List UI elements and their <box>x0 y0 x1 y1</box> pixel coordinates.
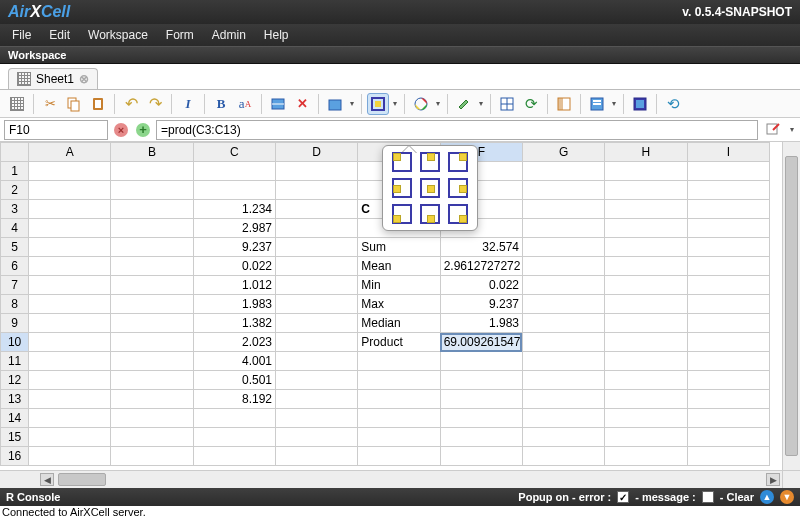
col-header-A[interactable]: A <box>29 143 111 162</box>
cell-I15[interactable] <box>687 428 769 447</box>
cell-H12[interactable] <box>605 371 687 390</box>
cell-I11[interactable] <box>687 352 769 371</box>
cell-H13[interactable] <box>605 390 687 409</box>
cell-A5[interactable] <box>29 238 111 257</box>
cell-G10[interactable] <box>522 333 604 352</box>
cell-D1[interactable] <box>276 162 358 181</box>
formula-edit-dropdown[interactable]: ▾ <box>788 125 796 134</box>
cell-C7[interactable]: 1.012 <box>193 276 275 295</box>
border-top-left[interactable] <box>392 152 412 172</box>
cell-B6[interactable] <box>111 257 193 276</box>
cell-E8[interactable]: Max <box>358 295 440 314</box>
border-left[interactable] <box>392 178 412 198</box>
cell-I5[interactable] <box>687 238 769 257</box>
cell-H11[interactable] <box>605 352 687 371</box>
cell-I2[interactable] <box>687 181 769 200</box>
row-header-6[interactable]: 6 <box>1 257 29 276</box>
row-header-13[interactable]: 13 <box>1 390 29 409</box>
menu-form[interactable]: Form <box>158 25 202 45</box>
brush-button[interactable] <box>453 93 475 115</box>
cell-F5[interactable]: 32.574 <box>440 238 522 257</box>
cell-G5[interactable] <box>522 238 604 257</box>
cell-B4[interactable] <box>111 219 193 238</box>
cell-G11[interactable] <box>522 352 604 371</box>
cell-I14[interactable] <box>687 409 769 428</box>
menu-workspace[interactable]: Workspace <box>80 25 156 45</box>
cell-F8[interactable]: 9.237 <box>440 295 522 314</box>
cell-F13[interactable] <box>440 390 522 409</box>
cell-F7[interactable]: 0.022 <box>440 276 522 295</box>
cell-E16[interactable] <box>358 447 440 466</box>
cell-F15[interactable] <box>440 428 522 447</box>
cell-D15[interactable] <box>276 428 358 447</box>
tab-sheet1[interactable]: Sheet1 ⊗ <box>8 68 98 89</box>
cell-H10[interactable] <box>605 333 687 352</box>
cell-A11[interactable] <box>29 352 111 371</box>
row-header-7[interactable]: 7 <box>1 276 29 295</box>
cell-B10[interactable] <box>111 333 193 352</box>
cell-C14[interactable] <box>193 409 275 428</box>
message-checkbox[interactable] <box>702 491 714 503</box>
cell-F14[interactable] <box>440 409 522 428</box>
cell-C12[interactable]: 0.501 <box>193 371 275 390</box>
cell-E11[interactable] <box>358 352 440 371</box>
row-header-14[interactable]: 14 <box>1 409 29 428</box>
cell-A9[interactable] <box>29 314 111 333</box>
cell-G4[interactable] <box>522 219 604 238</box>
cell-D4[interactable] <box>276 219 358 238</box>
col-header-G[interactable]: G <box>522 143 604 162</box>
border-button[interactable] <box>367 93 389 115</box>
cell-I12[interactable] <box>687 371 769 390</box>
sort-button[interactable] <box>586 93 608 115</box>
cell-H6[interactable] <box>605 257 687 276</box>
cell-H2[interactable] <box>605 181 687 200</box>
cell-B9[interactable] <box>111 314 193 333</box>
cell-D16[interactable] <box>276 447 358 466</box>
row-header-5[interactable]: 5 <box>1 238 29 257</box>
border-bottom-left[interactable] <box>392 204 412 224</box>
redo-button[interactable]: ↷ <box>144 93 166 115</box>
cell-E14[interactable] <box>358 409 440 428</box>
row-header-4[interactable]: 4 <box>1 219 29 238</box>
accept-formula-button[interactable]: + <box>134 121 152 139</box>
cell-D6[interactable] <box>276 257 358 276</box>
cell-E15[interactable] <box>358 428 440 447</box>
cell-F9[interactable]: 1.983 <box>440 314 522 333</box>
col-header-I[interactable]: I <box>687 143 769 162</box>
cell-G6[interactable] <box>522 257 604 276</box>
cell-A1[interactable] <box>29 162 111 181</box>
cell-C8[interactable]: 1.983 <box>193 295 275 314</box>
row-header-9[interactable]: 9 <box>1 314 29 333</box>
cell-reference-input[interactable] <box>4 120 108 140</box>
cell-D3[interactable] <box>276 200 358 219</box>
cell-C11[interactable]: 4.001 <box>193 352 275 371</box>
cell-A15[interactable] <box>29 428 111 447</box>
formula-input[interactable] <box>156 120 758 140</box>
cell-C9[interactable]: 1.382 <box>193 314 275 333</box>
cell-D11[interactable] <box>276 352 358 371</box>
cell-C3[interactable]: 1.234 <box>193 200 275 219</box>
cell-G13[interactable] <box>522 390 604 409</box>
cell-E6[interactable]: Mean <box>358 257 440 276</box>
cell-D7[interactable] <box>276 276 358 295</box>
cell-A10[interactable] <box>29 333 111 352</box>
row-header-1[interactable]: 1 <box>1 162 29 181</box>
cell-I13[interactable] <box>687 390 769 409</box>
cell-E7[interactable]: Min <box>358 276 440 295</box>
cell-B8[interactable] <box>111 295 193 314</box>
col-header-D[interactable]: D <box>276 143 358 162</box>
cell-B15[interactable] <box>111 428 193 447</box>
cell-D2[interactable] <box>276 181 358 200</box>
menu-help[interactable]: Help <box>256 25 297 45</box>
cell-I3[interactable] <box>687 200 769 219</box>
italic-button[interactable]: I <box>177 93 199 115</box>
r-console-label[interactable]: R Console <box>6 491 60 503</box>
cell-I6[interactable] <box>687 257 769 276</box>
fill-button[interactable] <box>324 93 346 115</box>
cell-F10[interactable]: 69.009261547 <box>440 333 522 352</box>
horizontal-scrollbar[interactable]: ◀▶ <box>0 470 782 488</box>
cell-C2[interactable] <box>193 181 275 200</box>
cell-H15[interactable] <box>605 428 687 447</box>
cell-B12[interactable] <box>111 371 193 390</box>
cell-E9[interactable]: Median <box>358 314 440 333</box>
